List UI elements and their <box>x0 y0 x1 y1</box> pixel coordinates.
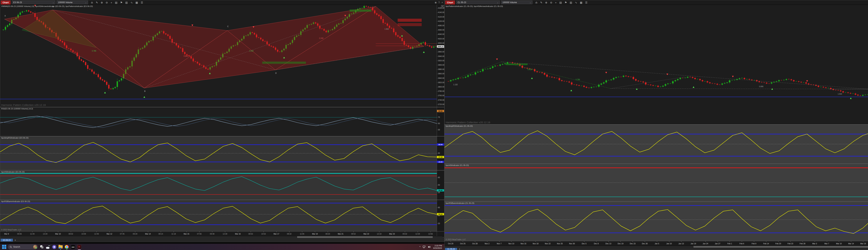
cl-price-plot-area[interactable]: 1.1320.6180.7860.8861.500hpcPatternsIndi… <box>444 5 868 124</box>
es-bamm-plot-area[interactable]: hpcRSIBammIndicator (ES 06-23)© 2023 Nin… <box>0 200 437 231</box>
network-icon[interactable] <box>423 246 426 248</box>
es-hsi-plot-area[interactable]: hpcHSIIndicator (ES 06-23) <box>0 170 437 200</box>
es-rsi-price-axis[interactable]: 70503090.00 <box>437 107 444 136</box>
cl-time-label: Oct 28 <box>472 243 477 245</box>
taskbar-clock[interactable]: 2:33 PM 3/23/2023 <box>433 245 442 249</box>
weather-icon: 41° <box>46 245 50 249</box>
weather-widget-button[interactable]: 41° <box>45 245 50 249</box>
interval-select[interactable]: 100000 Volume ⌄ <box>501 1 532 4</box>
es-amp-plot-area[interactable]: hpcAmpRSIIndicator (ES 06-23) <box>0 136 437 170</box>
float-window-button[interactable]: ❐ <box>438 2 440 3</box>
cl-time-label: Jan 5 <box>655 243 659 245</box>
cl-hsi-plot-area[interactable]: hpcHSIIndicator (CL 05-23) <box>444 164 868 201</box>
grid-template-icon[interactable]: ▦ <box>580 1 582 4</box>
es-scrollbar[interactable]: ▸ <box>0 236 444 238</box>
price-style-icon[interactable]: ılı <box>91 1 93 4</box>
tray-expand-chevron[interactable]: ^ <box>420 246 421 248</box>
es-price-price-axis[interactable]: 3720.003740.003760.003780.003800.003820.… <box>437 5 444 107</box>
chart-area: XABCD0.7860.8861.6182.2401.902VWMA(ES 06… <box>0 5 444 242</box>
data-box-icon[interactable]: ▤ <box>559 1 562 4</box>
zoom-in-icon[interactable]: ⊕ <box>545 1 547 4</box>
es-scroll-right-button[interactable]: ▸ <box>442 236 444 238</box>
start-button[interactable] <box>2 245 6 249</box>
chart-toolbar: Chart CL 05-23 ⌄ 100000 Volume ⌄ ılı✎⊕⊖+… <box>444 0 868 5</box>
svg-text:1.618: 1.618 <box>249 50 253 52</box>
zoom-out-icon[interactable]: ⊖ <box>550 1 552 4</box>
es-hsi-price-axis[interactable]: 80502028.40 <box>437 170 444 200</box>
es-time-axis[interactable]: Mar 909:0611:4913:34Mar 1008:0210:0912:4… <box>0 231 444 236</box>
cl-time-label: Jan 27 <box>715 243 720 245</box>
es-time-label: 10:53 <box>261 233 266 235</box>
es-time-label: 09:52 <box>351 233 356 235</box>
es-time-label: 08:14 <box>158 233 163 235</box>
drawing-tools-icon[interactable]: ✎ <box>96 1 98 4</box>
cl-amp-plot-area[interactable]: hpcAmpRSIIndicator (CL 05-23) <box>444 125 868 163</box>
es-tab-strip: ES 06-23+ <box>0 238 444 242</box>
es-rsi-plot-area[interactable]: RSI(ES 06-23 (100000 Volume),14,3) <box>0 107 437 136</box>
es-time-label: 13:56 <box>428 233 433 235</box>
cl-bamm-plot-area[interactable]: hpcRSIBammIndicator (CL 05-23)© 2023 Nin… <box>444 202 868 241</box>
es-tab-es-06-23[interactable]: ES 06-23 <box>1 239 13 242</box>
bar-type-icon[interactable]: ▥ <box>125 1 128 4</box>
crosshair-icon[interactable]: + <box>111 1 112 4</box>
interval-select[interactable]: 100000 Volume ⌄ <box>57 1 88 4</box>
workspace-grid-button[interactable]: ▦ <box>435 2 437 3</box>
es-fixed-scale-button[interactable]: F <box>441 5 444 8</box>
es-time-label: 12:30 <box>223 233 227 235</box>
cl-scrollbar-thumb[interactable] <box>693 246 868 248</box>
trend-line-icon[interactable]: ∿ <box>130 1 133 4</box>
ninjatrader-button[interactable]: N <box>77 245 82 249</box>
es-amp-price-axis[interactable]: 80502080.0020.0037.25 <box>437 136 444 170</box>
chevron-down-icon: ⌄ <box>497 2 498 3</box>
instrument-select[interactable]: CL 05-23 ⌄ <box>456 1 500 4</box>
es-time-label: 09:34 <box>133 233 137 235</box>
cl-time-label: Nov 30 <box>569 243 575 245</box>
system-tray: ^ 2:33 PM 3/23/2023 <box>420 245 444 249</box>
es-new-tab-button[interactable]: + <box>13 239 17 242</box>
cl-tab-strip: CL 05-23+ <box>444 248 868 250</box>
es-time-label: Mar 22 <box>364 233 369 235</box>
interval-value: 100000 Volume <box>58 1 72 4</box>
task-view-button[interactable] <box>39 245 44 249</box>
es-time-label: 11:06 <box>300 233 304 235</box>
es-time-label: Mar 9 <box>4 233 9 235</box>
taskbar-search[interactable]: Search <box>8 244 38 249</box>
es-time-label: 12:49 <box>94 233 99 235</box>
es-price-plot-area[interactable]: XABCD0.7860.8861.6182.2401.902VWMA(ES 06… <box>0 5 437 107</box>
drawing-tools-icon[interactable]: ✎ <box>540 1 542 4</box>
price-style-icon[interactable]: ılı <box>535 1 537 4</box>
alert-flag-icon[interactable]: ⚑ <box>564 1 567 4</box>
cl-time-label: Jan 13 <box>678 243 684 245</box>
cl-time-label: Nov 25 <box>557 243 563 245</box>
sse-app-button[interactable]: sse <box>71 245 75 249</box>
es-panel-bamm: hpcRSIBammIndicator (ES 06-23)© 2023 Nin… <box>0 200 444 231</box>
close-window-button[interactable]: ✕ <box>441 2 443 3</box>
es-scrollbar-thumb[interactable] <box>297 236 433 238</box>
instrument-value: ES 06-23 <box>13 1 22 4</box>
svg-text:X: X <box>4 15 6 17</box>
volume-icon[interactable] <box>428 246 431 248</box>
data-box-icon[interactable]: ▤ <box>115 1 117 4</box>
crosshair-icon[interactable]: + <box>555 1 557 4</box>
instrument-select[interactable]: ES 06-23 ⌄ <box>12 1 55 4</box>
es-hsi-value-badge: 28.40 <box>437 189 444 191</box>
properties-list-icon[interactable]: ☰ <box>585 1 587 4</box>
alert-flag-icon[interactable]: ⚑ <box>120 1 122 4</box>
es-bamm-price-axis[interactable]: 80502055.10 <box>437 200 444 231</box>
properties-list-icon[interactable]: ☰ <box>141 1 143 4</box>
file-explorer-button[interactable] <box>58 245 63 249</box>
video-app-button[interactable] <box>52 245 57 249</box>
bar-type-icon[interactable]: ▥ <box>570 1 572 4</box>
chrome-button[interactable] <box>64 245 69 249</box>
cl-time-label: Dec 5 <box>582 243 586 245</box>
es-time-label: Mar 16 <box>235 233 241 235</box>
cl-time-label: Dec 23 <box>630 243 636 245</box>
es-time-label: 13:34 <box>43 233 48 235</box>
cl-scrollbar[interactable]: ▸ <box>444 246 868 248</box>
zoom-in-icon[interactable]: ⊕ <box>101 1 103 4</box>
trend-line-icon[interactable]: ∿ <box>575 1 577 4</box>
cl-time-axis[interactable]: Oct 20Oct 25Oct 28Nov 2Nov 7Nov 10Nov 15… <box>444 241 868 246</box>
grid-template-icon[interactable]: ▦ <box>135 1 138 4</box>
zoom-out-icon[interactable]: ⊖ <box>106 1 108 4</box>
chart-window-es: Chart ES 06-23 ⌄ 100000 Volume ⌄ ılı✎⊕⊖+… <box>0 0 444 242</box>
